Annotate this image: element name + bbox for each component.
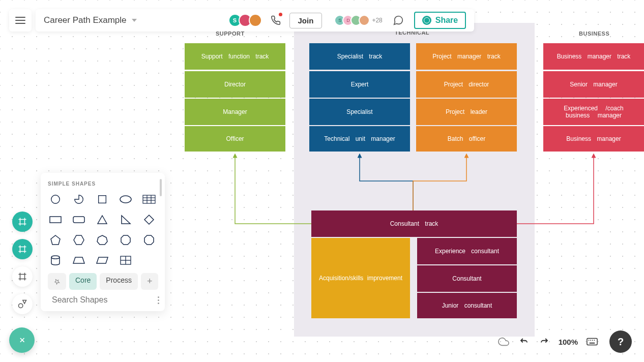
block-consultant-track[interactable]: Consultant track bbox=[311, 210, 517, 237]
join-button[interactable]: Join bbox=[289, 13, 323, 28]
block-pm-track[interactable]: Project manager track bbox=[416, 43, 517, 70]
block-senior-manager[interactable]: Senior manager bbox=[543, 71, 644, 98]
shape-rounded-rect[interactable] bbox=[71, 213, 86, 226]
frame-tool-2[interactable] bbox=[12, 239, 33, 259]
share-label: Share bbox=[435, 16, 458, 25]
svg-point-15 bbox=[120, 196, 131, 203]
shape-arc[interactable] bbox=[71, 193, 86, 206]
scrollbar[interactable] bbox=[160, 179, 162, 196]
shape-cylinder[interactable] bbox=[48, 254, 63, 267]
frame-tool-active[interactable] bbox=[12, 212, 33, 232]
shape-heptagon[interactable] bbox=[95, 233, 110, 247]
frame-icon bbox=[18, 272, 27, 281]
shape-grid bbox=[48, 193, 158, 267]
frame-icon bbox=[18, 245, 27, 254]
top-bar: Career Path Example S Join S D +28 bbox=[9, 9, 635, 32]
block-specialist[interactable]: Specialist bbox=[309, 99, 410, 125]
avatar bbox=[249, 14, 262, 27]
avatar bbox=[359, 15, 370, 26]
block-exp-coach[interactable]: Experienced /coach business manager bbox=[543, 99, 644, 125]
svg-rect-14 bbox=[99, 196, 106, 203]
shapes-panel-title: SIMPLE SHAPES bbox=[48, 181, 158, 187]
cloud-icon bbox=[498, 336, 509, 347]
shape-ellipse[interactable] bbox=[118, 193, 133, 206]
block-manager[interactable]: Manager bbox=[185, 99, 285, 125]
block-junior-consultant[interactable]: Junior consultant bbox=[417, 293, 517, 318]
zoom-level[interactable]: 100% bbox=[559, 338, 578, 346]
block-business-track[interactable]: Business manager track bbox=[543, 43, 644, 70]
more-viewers-count: +28 bbox=[372, 17, 382, 24]
comment-button[interactable] bbox=[391, 13, 406, 28]
globe-icon bbox=[422, 16, 431, 25]
block-business-manager[interactable]: Business manager bbox=[543, 126, 644, 152]
shape-search-input[interactable] bbox=[52, 295, 154, 305]
svg-marker-24 bbox=[121, 235, 130, 245]
close-panel-button[interactable]: + bbox=[9, 327, 35, 353]
pin-tab[interactable] bbox=[48, 273, 66, 290]
question-icon: ? bbox=[618, 336, 624, 348]
call-button[interactable] bbox=[268, 13, 283, 28]
shape-table[interactable] bbox=[141, 193, 157, 206]
title-bar: Career Path Example S Join S D +28 bbox=[36, 9, 474, 32]
close-icon: + bbox=[15, 333, 28, 347]
block-expert[interactable]: Expert bbox=[309, 71, 410, 98]
keyboard-button[interactable] bbox=[586, 336, 598, 348]
pin-icon bbox=[54, 278, 60, 286]
side-toolbar bbox=[12, 212, 33, 314]
tab-core[interactable]: Core bbox=[69, 273, 97, 290]
svg-rect-16 bbox=[143, 195, 155, 203]
svg-marker-25 bbox=[144, 235, 154, 245]
block-director[interactable]: Director bbox=[185, 71, 285, 98]
share-button[interactable]: Share bbox=[414, 12, 466, 29]
document-title: Career Path Example bbox=[44, 15, 127, 25]
undo-button[interactable] bbox=[518, 336, 530, 348]
shape-octagon-2[interactable] bbox=[141, 233, 157, 247]
shapes-tool[interactable] bbox=[12, 294, 33, 314]
block-exp-consultant[interactable]: Experience consultant bbox=[417, 238, 517, 264]
shape-trapezoid[interactable] bbox=[71, 254, 86, 267]
block-batch-officer[interactable]: Batch officer bbox=[416, 126, 517, 152]
shape-grid[interactable] bbox=[118, 254, 133, 267]
shape-diamond[interactable] bbox=[141, 213, 157, 226]
document-title-dropdown[interactable]: Career Path Example bbox=[44, 15, 137, 25]
shape-square[interactable] bbox=[95, 193, 110, 206]
block-acquisition[interactable]: Acquisition/skills improvement bbox=[311, 238, 410, 318]
shape-tabs: Core Process + bbox=[48, 273, 158, 290]
svg-rect-22 bbox=[73, 217, 84, 223]
svg-rect-32 bbox=[587, 339, 597, 345]
active-avatars[interactable]: S bbox=[228, 14, 262, 27]
shape-pentagon[interactable] bbox=[48, 233, 63, 247]
frame-tool-3[interactable] bbox=[12, 266, 33, 287]
svg-point-12 bbox=[19, 304, 23, 308]
notification-dot-icon bbox=[279, 13, 282, 16]
shape-triangle[interactable] bbox=[95, 213, 110, 226]
redo-button[interactable] bbox=[538, 336, 550, 348]
cloud-sync[interactable] bbox=[497, 336, 510, 348]
shape-circle[interactable] bbox=[48, 193, 63, 206]
block-consultant[interactable]: Consultant bbox=[417, 265, 517, 292]
phone-icon bbox=[271, 15, 281, 25]
svg-point-13 bbox=[51, 195, 60, 204]
block-project-director[interactable]: Project director bbox=[416, 71, 517, 98]
shape-right-triangle[interactable] bbox=[118, 213, 133, 226]
frame-icon bbox=[18, 217, 27, 226]
add-tab[interactable]: + bbox=[141, 273, 159, 290]
menu-button[interactable] bbox=[9, 9, 32, 32]
svg-rect-21 bbox=[50, 217, 61, 223]
more-options[interactable] bbox=[158, 296, 159, 304]
block-tech-unit-mgr[interactable]: Technical unit manager bbox=[309, 126, 410, 152]
hamburger-icon bbox=[15, 17, 25, 24]
svg-marker-23 bbox=[97, 235, 107, 245]
block-support-track[interactable]: Support function track bbox=[185, 43, 285, 70]
speech-bubble-icon bbox=[393, 15, 404, 26]
help-button[interactable]: ? bbox=[609, 330, 632, 353]
tab-process[interactable]: Process bbox=[100, 273, 138, 290]
shape-octagon[interactable] bbox=[118, 233, 133, 247]
block-officer[interactable]: Officer bbox=[185, 126, 285, 152]
shape-hexagon[interactable] bbox=[71, 233, 86, 247]
block-specialist-track[interactable]: Specialist track bbox=[309, 43, 410, 70]
shape-parallelogram[interactable] bbox=[95, 254, 110, 267]
block-project-leader[interactable]: Project leader bbox=[416, 99, 517, 125]
shape-rect[interactable] bbox=[48, 213, 63, 226]
viewer-avatars[interactable]: S D +28 bbox=[334, 15, 382, 26]
